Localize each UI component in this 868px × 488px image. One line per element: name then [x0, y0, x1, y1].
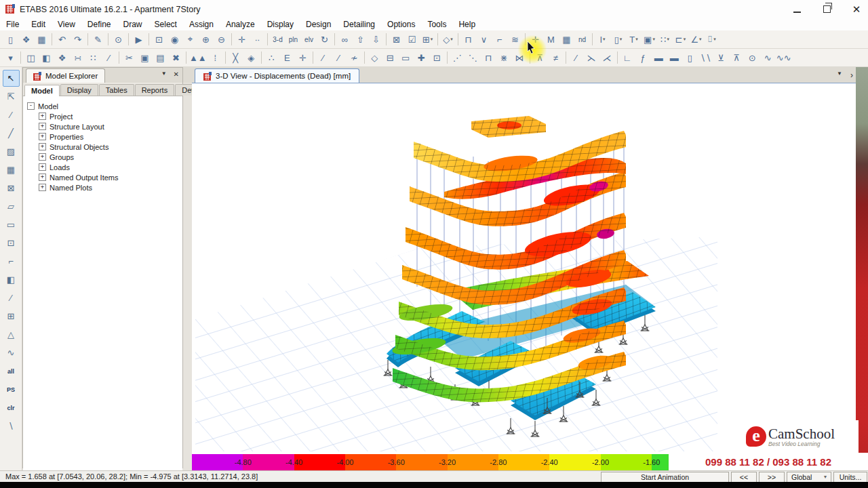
pan-icon[interactable]: ✛ [235, 33, 249, 47]
show-forces-icon[interactable]: ∟ [620, 51, 635, 65]
open-model-icon[interactable]: ❖ [19, 33, 33, 47]
perspective-toggle-icon[interactable]: ∞ [338, 33, 352, 47]
measure-icon[interactable]: ∙∙ [250, 33, 264, 47]
menu-define[interactable]: Define [81, 19, 117, 30]
end-offsets-icon[interactable]: ⋈ [513, 51, 527, 65]
k-factor-icon[interactable]: ⊻ [714, 51, 728, 65]
select-previous-icon[interactable]: PS [3, 381, 20, 398]
view-canvas[interactable] [192, 83, 856, 454]
draw-wall-icon[interactable]: ⌐ [3, 253, 20, 270]
coordinate-system-select[interactable]: Global ▾ [787, 472, 831, 483]
draw-frame-icon[interactable]: ╱ [3, 125, 20, 142]
expand-shrink-icon[interactable]: ⊟ [383, 51, 397, 65]
join-frames-icon[interactable]: ⋱ [466, 51, 480, 65]
align-objects-icon[interactable]: ▭ [399, 51, 413, 65]
assign-frame-icon[interactable]: M [544, 33, 558, 47]
tree-item-loads[interactable]: Loads [50, 163, 70, 171]
split-frames-icon[interactable]: ⋰ [450, 51, 465, 65]
expand-box-icon[interactable]: + [39, 163, 46, 171]
wall-panel-icon[interactable]: ▯ [683, 51, 697, 65]
expand-box-icon[interactable]: + [39, 123, 46, 130]
menu-file[interactable]: File [0, 19, 25, 30]
replicate-icon[interactable]: ∴ [264, 51, 279, 65]
tab-list-dropdown-icon[interactable]: ▼ [837, 70, 842, 80]
menu-edit[interactable]: Edit [25, 19, 52, 30]
frame-releases-icon[interactable]: ⊓ [481, 51, 496, 65]
partial-fixity-icon[interactable]: ⋇ [497, 51, 511, 65]
nd-label[interactable]: nd [575, 33, 589, 47]
explorer-tab-tables[interactable]: Tables [99, 84, 134, 96]
move-objects-icon[interactable]: ✛ [296, 51, 310, 65]
spring-icon[interactable]: ∿ [761, 51, 775, 65]
view-tab-3d[interactable]: 3-D View - Displacements (Dead) [mm] [195, 68, 359, 83]
assign-joint-icon[interactable]: ✛ [528, 33, 542, 47]
properties-frame-icon[interactable]: ⊓ [461, 33, 475, 47]
undo-icon[interactable]: ↶ [55, 33, 69, 47]
previous-zoom-icon[interactable]: ⌖ [183, 33, 197, 47]
menu-detailing[interactable]: Detailing [337, 19, 381, 30]
quick-draw-wall-icon[interactable]: ◧ [3, 271, 20, 288]
deselect-groups-icon[interactable]: ∖ [3, 418, 20, 434]
properties-wall-icon[interactable]: ⌐ [492, 33, 507, 47]
merge-joints-icon[interactable]: ◈ [244, 51, 258, 65]
snap-to-midpoints-icon[interactable]: ∺ [71, 51, 85, 65]
towers-icon[interactable]: ▲▲ [189, 51, 207, 65]
expand-box-icon[interactable]: + [39, 113, 46, 120]
restore-button[interactable] [822, 5, 831, 14]
local-axes-icon[interactable]: ∕ [569, 51, 583, 65]
edit-icon[interactable]: ✎ [91, 33, 105, 47]
menu-display[interactable]: Display [261, 19, 300, 30]
draw-joint-icon[interactable]: ∕ [3, 106, 20, 123]
dropdown-caret-icon[interactable]: ▾ [603, 37, 606, 42]
tree-item-named-plots[interactable]: Named Plots [50, 184, 92, 192]
frame-section-i-icon[interactable]: I▾ [595, 33, 610, 47]
expand-box-icon[interactable]: + [39, 184, 46, 191]
menu-help[interactable]: Help [452, 19, 481, 30]
tree-item-named-output-items[interactable]: Named Output Items [50, 174, 119, 182]
collapse-box-icon[interactable]: - [27, 102, 35, 110]
draw-link-icon[interactable]: ∕ [3, 289, 20, 306]
compression-limit-icon[interactable]: ⋌ [600, 51, 614, 65]
menu-draw[interactable]: Draw [117, 19, 149, 30]
frame-section-box-icon[interactable]: ▣▾ [642, 33, 656, 47]
move-up-level-icon[interactable]: ⇧ [353, 33, 368, 47]
view-plan-icon[interactable]: pln [286, 33, 300, 47]
panel-close-icon[interactable]: ✕ [174, 70, 179, 78]
explorer-tab-model[interactable]: Model [24, 85, 60, 96]
paste-icon[interactable]: ▤ [153, 51, 167, 65]
move-down-level-icon[interactable]: ⇩ [369, 33, 383, 47]
tendon-icon[interactable]: ∖∖ [698, 51, 713, 65]
menu-options[interactable]: Options [381, 19, 421, 30]
select-pointer-icon[interactable]: ↖ [3, 70, 20, 87]
dropdown-caret-icon[interactable]: ▾ [652, 37, 655, 42]
minimize-button[interactable] [792, 5, 802, 14]
tree-item-structural-objects[interactable]: Structural Objects [50, 143, 108, 151]
rebar-section-icon[interactable]: ∷▾ [658, 33, 672, 47]
object-shrink-toggle-icon[interactable]: ⊠ [389, 33, 403, 47]
time-history-icon[interactable]: ∿∿ [776, 51, 791, 65]
delete-icon[interactable]: ✖ [169, 51, 183, 65]
joint-restraint-icon[interactable]: ⊙ [745, 51, 760, 65]
lock-model-icon[interactable]: ⊙ [111, 33, 125, 47]
dropdown-caret-icon[interactable]: ▾ [450, 37, 453, 42]
model-explorer-title-tab[interactable]: Model Explorer [26, 68, 105, 83]
draw-wall-stacks-icon[interactable]: ◇▾ [441, 33, 455, 47]
steel-design-icon[interactable]: ƒ [636, 51, 650, 65]
menu-tools[interactable]: Tools [421, 19, 452, 30]
one-story-icon[interactable]: ◧ [39, 51, 54, 65]
extrude-joints-icon[interactable]: ∕ [316, 51, 330, 65]
select-all-icon[interactable]: all [3, 363, 20, 380]
assign-shell-icon[interactable]: ▦ [559, 33, 574, 47]
similar-stories-icon[interactable]: ◫ [24, 51, 38, 65]
menu-design[interactable]: Design [300, 19, 337, 30]
zoom-out-icon[interactable]: ⊖ [214, 33, 229, 47]
menu-select[interactable]: Select [149, 19, 183, 30]
quick-draw-floor-icon[interactable]: ⊡ [3, 235, 20, 251]
frame-section-angle-icon[interactable]: ∠▾ [689, 33, 703, 47]
restore-full-view-icon[interactable]: ◉ [167, 33, 182, 47]
end-releases-icon[interactable]: ≠ [549, 51, 563, 65]
view-3d-icon[interactable]: 3-d [271, 33, 285, 47]
quick-draw-frame-icon[interactable]: ▨ [3, 143, 20, 160]
add-grid-icon[interactable]: ✚ [414, 51, 429, 65]
edit-stories-grid-icon[interactable]: E [280, 51, 294, 65]
